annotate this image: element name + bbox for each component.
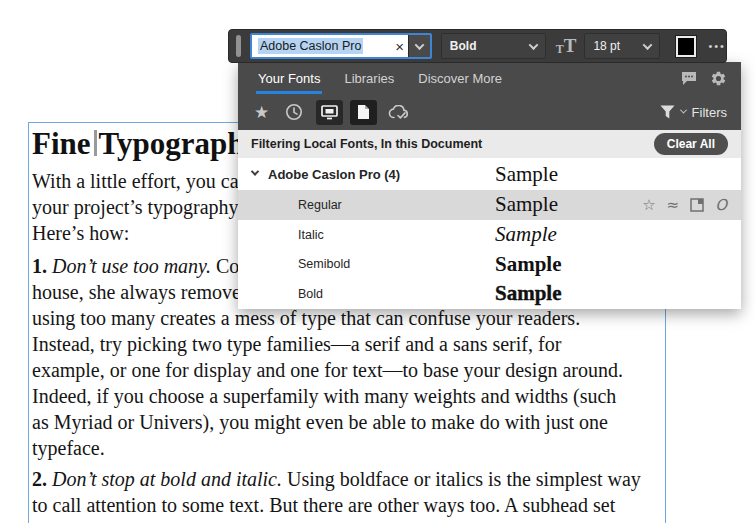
view-family-icon[interactable] <box>690 198 704 212</box>
font-sample: Sample <box>495 281 562 306</box>
font-name-value: Adobe Caslon Pro <box>258 38 363 54</box>
favorite-star-icon[interactable]: ☆ <box>642 196 655 214</box>
chevron-down-icon <box>528 40 538 50</box>
doc-line: typeface. <box>32 435 105 461</box>
font-name-input[interactable]: Adobe Caslon Pro × <box>252 35 408 57</box>
filter-icons-row: ★ Filters <box>238 94 741 130</box>
doc-line: to call attention to some text. But ther… <box>32 492 615 518</box>
font-size-value: 18 pt <box>593 39 620 53</box>
font-style-row-bold[interactable]: Bold Sample <box>238 279 741 309</box>
font-style-row-regular[interactable]: Regular Sample ☆ ≈ O <box>238 190 741 220</box>
doc-line-text: Here’s how: <box>32 222 129 244</box>
doc-line-text: example, or one for display and one for … <box>32 359 623 381</box>
doc-line-text: Don’t stop at bold and italic. <box>52 468 287 490</box>
opentype-icon[interactable]: O <box>715 196 727 214</box>
chevron-down-icon[interactable] <box>251 167 259 175</box>
doc-line: Indeed, if you choose a superfamily with… <box>32 383 616 409</box>
doc-line-text: using too many creates a mess of type th… <box>32 307 580 329</box>
doc-line-text: as Myriad or Univers), you might even be… <box>32 411 608 433</box>
heading-word-1: Fine <box>32 126 91 161</box>
in-document-filter-icon[interactable] <box>350 100 377 125</box>
clear-all-button[interactable]: Clear All <box>654 133 728 155</box>
font-style-select[interactable]: Bold <box>441 33 546 59</box>
font-size-select[interactable]: 18 pt <box>584 33 659 59</box>
font-size-icon: TT <box>556 37 577 54</box>
tab-your-fonts[interactable]: Your Fonts <box>258 62 320 94</box>
drag-handle[interactable] <box>236 35 241 57</box>
font-name-combo: Adobe Caslon Pro × <box>250 33 432 59</box>
doc-line: Here’s how: <box>32 220 129 246</box>
doc-line-text: 2. <box>32 468 52 490</box>
panel-tabs: Your Fonts Libraries Discover More <box>238 62 741 94</box>
doc-line: Instead, try picking two type families—a… <box>32 331 561 357</box>
star-icon: ★ <box>254 102 269 122</box>
favorites-filter-icon[interactable]: ★ <box>254 102 269 122</box>
tab-label: Discover More <box>418 71 502 86</box>
tab-label: Libraries <box>344 71 394 86</box>
clear-icon[interactable]: × <box>395 39 404 54</box>
similar-fonts-icon[interactable]: ≈ <box>667 196 680 214</box>
doc-line-text: Using boldface or italics is the simples… <box>287 468 641 490</box>
font-family-row[interactable]: Adobe Caslon Pro (4) Sample <box>238 158 741 190</box>
doc-line-text: Instead, try picking two type families—a… <box>32 333 561 355</box>
font-style-name: Regular <box>298 198 342 212</box>
filter-status-text: Filtering Local Fonts, In this Document <box>251 137 482 151</box>
recent-filter-icon[interactable] <box>285 103 303 121</box>
filters-label: Filters <box>692 105 727 120</box>
funnel-icon <box>660 105 675 119</box>
tab-libraries[interactable]: Libraries <box>344 62 394 94</box>
font-style-row-italic[interactable]: Italic Sample <box>238 220 741 250</box>
doc-line: example, or one for display and one for … <box>32 357 623 383</box>
doc-line: in all caps, or small caps, will look re… <box>32 518 571 523</box>
doc-line: as Myriad or Univers), you might even be… <box>32 409 608 435</box>
doc-line-text: Indeed, if you choose a superfamily with… <box>32 385 616 407</box>
gear-icon[interactable] <box>710 70 727 87</box>
tab-label: Your Fonts <box>258 71 320 86</box>
heading-word-2: Typography <box>99 126 260 161</box>
font-family-name: Adobe Caslon Pro (4) <box>268 167 400 182</box>
doc-line: 2. Don’t stop at bold and italic. Using … <box>32 466 641 492</box>
doc-line-text: typeface. <box>32 437 105 459</box>
font-style-name: Semibold <box>298 257 350 271</box>
doc-line-text: 1. <box>32 255 52 277</box>
filter-status-bar: Filtering Local Fonts, In this Document … <box>238 130 741 158</box>
doc-line-text: to call attention to some text. But ther… <box>32 494 615 516</box>
feedback-bubble-icon[interactable] <box>681 71 697 86</box>
font-style-value: Bold <box>450 39 477 53</box>
local-fonts-filter-icon[interactable] <box>316 100 343 125</box>
fonts-panel: Your Fonts Libraries Discover More ★ <box>238 62 741 309</box>
font-sample: Sample <box>495 162 558 187</box>
filters-button[interactable]: Filters <box>660 105 727 120</box>
font-name-dropdown-button[interactable] <box>408 35 430 57</box>
font-sample: Sample <box>495 192 558 217</box>
character-toolbar: Adobe Caslon Pro × Bold TT 18 pt ••• <box>228 29 727 63</box>
text-cursor-caret <box>94 130 97 156</box>
screenshot-root: FineTypography With a little effort, you… <box>0 0 755 523</box>
font-list: Adobe Caslon Pro (4) Sample Regular Samp… <box>238 158 741 309</box>
text-color-swatch[interactable] <box>676 36 697 57</box>
font-style-row-semibold[interactable]: Semibold Sample <box>238 249 741 279</box>
tab-discover-more[interactable]: Discover More <box>418 62 502 94</box>
document-heading: FineTypography <box>32 126 260 162</box>
font-style-name: Italic <box>298 228 324 242</box>
chevron-down-icon <box>642 40 652 50</box>
font-sample: Sample <box>495 252 562 277</box>
more-options-button[interactable]: ••• <box>708 40 726 52</box>
font-style-name: Bold <box>298 287 323 301</box>
font-sample: Sample <box>495 222 557 247</box>
doc-line-text: Don’t use too many. <box>52 255 216 277</box>
activated-fonts-filter-icon[interactable] <box>388 105 410 120</box>
